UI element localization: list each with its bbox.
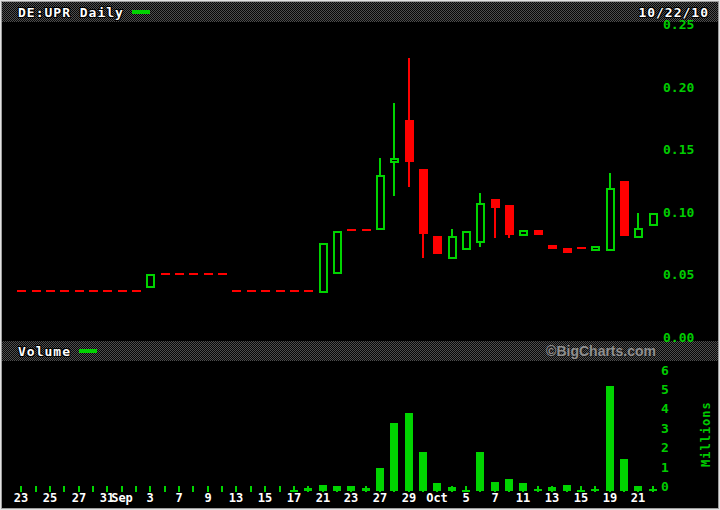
x-axis-label: 23 <box>6 492 36 505</box>
candle-body-up <box>390 158 399 163</box>
candle-wick-lower <box>494 208 496 238</box>
x-axis-label: 7 <box>164 492 194 505</box>
candle-body-down <box>405 120 414 162</box>
x-axis-label: 15 <box>250 492 280 505</box>
flat-day-dash <box>189 273 198 275</box>
flat-day-dash <box>347 229 356 231</box>
volume-axis-label: 3 <box>661 422 681 436</box>
candle-body-up <box>376 175 385 230</box>
flat-day-dash <box>304 290 313 292</box>
candle-wick-lower <box>408 162 410 187</box>
volume-axis-label: 2 <box>661 441 681 455</box>
candle-body-up <box>519 230 528 236</box>
candle-body-down <box>620 181 629 236</box>
flat-day-dash <box>218 273 227 275</box>
candle-body-up <box>606 188 615 251</box>
candle-wick-lower <box>393 163 395 196</box>
volume-axis-label: 6 <box>661 364 681 378</box>
price-axis-label: 0.20 <box>663 81 713 95</box>
candle-wick-upper <box>479 193 481 203</box>
candle-body-up <box>333 231 342 274</box>
flat-day-dash <box>46 290 55 292</box>
candle-wick-upper <box>393 103 395 158</box>
candle-wick-lower <box>508 235 510 238</box>
candle-wick-upper <box>609 173 611 188</box>
candle-wick-upper <box>637 213 639 228</box>
flat-day-dash <box>290 290 299 292</box>
flat-day-dash <box>175 273 184 275</box>
candle-body-down <box>534 230 543 235</box>
candle-body-down <box>491 199 500 208</box>
flat-day-dash <box>362 229 371 231</box>
x-axis-label: 23 <box>336 492 366 505</box>
x-axis-label: 27 <box>365 492 395 505</box>
volume-bar <box>390 423 398 491</box>
volume-axis-unit: Millions <box>699 403 712 465</box>
price-legend-dash <box>132 10 150 14</box>
price-axis-label: 0.25 <box>663 18 713 32</box>
candle-body-down <box>419 169 428 234</box>
volume-title: Volume <box>18 344 71 359</box>
candle-wick-lower <box>422 234 424 258</box>
volume-axis-label: 1 <box>661 461 681 475</box>
flat-day-dash <box>276 290 285 292</box>
x-axis-label: 3 <box>135 492 165 505</box>
flat-day-dash <box>32 290 41 292</box>
x-axis-label: Sep <box>107 492 137 505</box>
x-axis-label: 21 <box>623 492 653 505</box>
volume-legend-dash <box>79 349 97 353</box>
volume-bar <box>606 386 614 491</box>
price-axis-label: 0.10 <box>663 206 713 220</box>
x-axis-label: 5 <box>451 492 481 505</box>
candle-body-down <box>563 248 572 253</box>
x-axis-label: 29 <box>394 492 424 505</box>
volume-axis-label: 5 <box>661 383 681 397</box>
price-axis-label: 0.00 <box>663 331 713 345</box>
bigcharts-watermark: ©BigCharts.com <box>546 341 656 361</box>
symbol-title-group: DE:UPR Daily <box>18 2 150 22</box>
x-axis-label: 17 <box>279 492 309 505</box>
candle-body-up <box>448 236 457 259</box>
candle-body-down <box>433 236 442 254</box>
flat-day-dash <box>261 290 270 292</box>
x-axis-label: 9 <box>193 492 223 505</box>
volume-axis-label: 4 <box>661 402 681 416</box>
x-axis-label: 13 <box>221 492 251 505</box>
volume-axis-label: 0 <box>661 480 681 494</box>
flat-day-dash <box>161 273 170 275</box>
flat-day-dash <box>17 290 26 292</box>
flat-day-dash <box>232 290 241 292</box>
flat-day-dash <box>75 290 84 292</box>
volume-title-group: Volume <box>18 341 97 361</box>
x-axis-label: 15 <box>566 492 596 505</box>
candle-body-up <box>319 243 328 293</box>
candle-body-up <box>476 203 485 243</box>
volume-header-band: Volume ©BigCharts.com <box>2 341 718 361</box>
flat-day-dash <box>577 247 586 249</box>
candle-body-up <box>591 246 600 251</box>
candle-wick-lower <box>479 243 481 247</box>
candle-body-up <box>462 231 471 250</box>
price-axis-label: 0.15 <box>663 143 713 157</box>
volume-bar <box>405 413 413 491</box>
symbol-title: DE:UPR Daily <box>18 5 124 20</box>
flat-day-dash <box>204 273 213 275</box>
x-axis-label: Oct <box>422 492 452 505</box>
candle-body-down <box>505 205 514 235</box>
flat-day-dash <box>247 290 256 292</box>
candle-wick-upper <box>379 158 381 176</box>
candle-body-up <box>634 228 643 238</box>
candle-body-up <box>146 274 155 288</box>
flat-day-dash <box>89 290 98 292</box>
x-axis-label: 21 <box>308 492 338 505</box>
bigcharts-chart: DE:UPR Daily 10/22/10 Volume ©BigCharts.… <box>0 0 720 510</box>
flat-day-dash <box>60 290 69 292</box>
candle-wick-upper <box>408 58 410 121</box>
x-axis-label: 11 <box>508 492 538 505</box>
price-header-band: DE:UPR Daily 10/22/10 <box>2 2 718 22</box>
candle-body-up <box>649 213 658 226</box>
x-axis-label: 25 <box>35 492 65 505</box>
flat-day-dash <box>103 290 112 292</box>
candle-body-down <box>548 245 557 249</box>
x-axis-label: 27 <box>64 492 94 505</box>
